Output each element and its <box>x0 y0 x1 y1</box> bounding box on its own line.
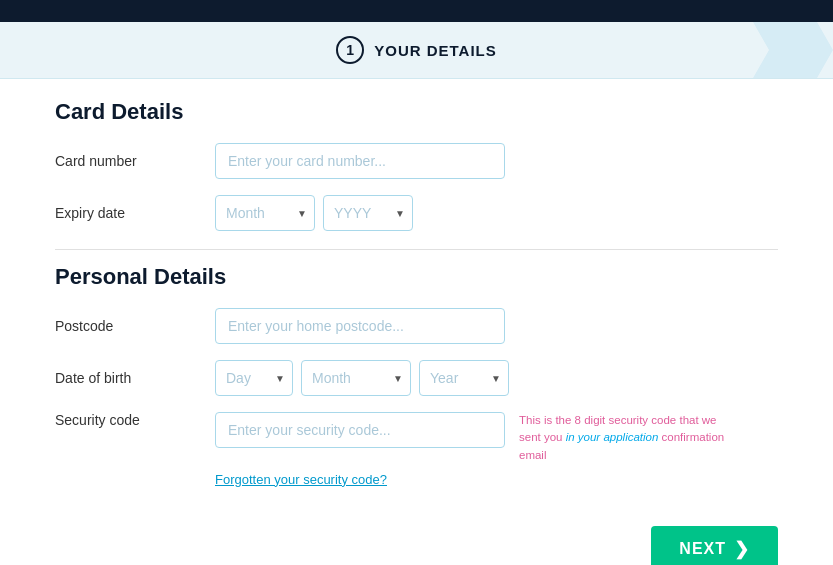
top-bar <box>0 0 833 22</box>
security-code-row: Security code This is the 8 digit securi… <box>55 412 778 464</box>
card-number-input[interactable] <box>215 143 505 179</box>
card-number-label: Card number <box>55 153 215 169</box>
forgotten-link-row: Forgotten your security code? <box>55 470 778 488</box>
dob-day-wrapper: Day 123 456 789 101112 131415 161718 192… <box>215 360 293 396</box>
personal-details-title: Personal Details <box>55 264 778 290</box>
expiry-group: Month 01 02 03 04 05 06 07 08 09 10 11 1… <box>215 195 413 231</box>
security-code-label: Security code <box>55 412 215 428</box>
expiry-date-label: Expiry date <box>55 205 215 221</box>
security-hint-link: in your application <box>566 431 659 443</box>
personal-details-section: Personal Details Postcode Date of birth … <box>55 264 778 488</box>
postcode-label: Postcode <box>55 318 215 334</box>
footer-bar: NEXT ❯ <box>0 516 833 565</box>
step-header: 1 YOUR DETAILS <box>0 22 833 79</box>
dob-group: Day 123 456 789 101112 131415 161718 192… <box>215 360 509 396</box>
expiry-date-row: Expiry date Month 01 02 03 04 05 06 07 0… <box>55 195 778 231</box>
step-circle: 1 <box>336 36 364 64</box>
expiry-year-select[interactable]: YYYY 2024 2025 2026 2027 2028 2029 2030 <box>323 195 413 231</box>
dob-month-select[interactable]: Month 010203 040506 070809 101112 <box>301 360 411 396</box>
security-code-input[interactable] <box>215 412 505 448</box>
dob-row: Date of birth Day 123 456 789 101112 131… <box>55 360 778 396</box>
forgotten-security-link[interactable]: Forgotten your security code? <box>215 472 387 487</box>
dob-label: Date of birth <box>55 370 215 386</box>
next-button[interactable]: NEXT ❯ <box>651 526 778 565</box>
step-number: 1 <box>346 42 354 58</box>
card-details-title: Card Details <box>55 99 778 125</box>
dob-month-wrapper: Month 010203 040506 070809 101112 <box>301 360 411 396</box>
next-label: NEXT <box>679 540 726 558</box>
step-label: YOUR DETAILS <box>374 42 497 59</box>
postcode-input[interactable] <box>215 308 505 344</box>
step-header-inner: 1 YOUR DETAILS <box>336 36 497 64</box>
step-chevron <box>753 22 833 78</box>
main-content: Card Details Card number Expiry date Mon… <box>0 79 833 508</box>
dob-day-select[interactable]: Day 123 456 789 101112 131415 161718 192… <box>215 360 293 396</box>
dob-year-select[interactable]: Year 19901991 19921993 19941995 2000 <box>419 360 509 396</box>
expiry-month-wrapper: Month 01 02 03 04 05 06 07 08 09 10 11 1… <box>215 195 315 231</box>
security-hint: This is the 8 digit security code that w… <box>519 412 729 464</box>
next-arrow-icon: ❯ <box>734 538 750 560</box>
expiry-year-wrapper: YYYY 2024 2025 2026 2027 2028 2029 2030 <box>323 195 413 231</box>
card-number-row: Card number <box>55 143 778 179</box>
postcode-row: Postcode <box>55 308 778 344</box>
expiry-month-select[interactable]: Month 01 02 03 04 05 06 07 08 09 10 11 1… <box>215 195 315 231</box>
section-divider <box>55 249 778 250</box>
dob-year-wrapper: Year 19901991 19921993 19941995 2000 <box>419 360 509 396</box>
card-details-section: Card Details Card number Expiry date Mon… <box>55 99 778 231</box>
